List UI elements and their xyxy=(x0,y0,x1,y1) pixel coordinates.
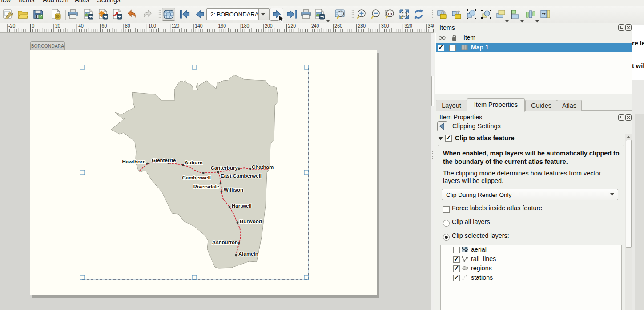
svg-text:1:1: 1:1 xyxy=(388,12,393,16)
svg-text:Ashburton: Ashburton xyxy=(212,240,238,245)
svg-text:0: 0 xyxy=(32,23,35,29)
svg-text:280: 280 xyxy=(358,23,366,29)
svg-text:Camberwell: Camberwell xyxy=(182,175,211,180)
svg-text:240: 240 xyxy=(311,23,319,29)
svg-text:80: 80 xyxy=(125,23,130,29)
svg-text:140: 140 xyxy=(195,23,203,29)
svg-text:220: 220 xyxy=(288,23,296,29)
svg-text:320: 320 xyxy=(404,23,412,29)
svg-text:Alamein: Alamein xyxy=(238,251,258,257)
svg-text:Chatham: Chatham xyxy=(252,164,274,170)
svg-text:Canterbury: Canterbury xyxy=(211,165,238,171)
svg-text:Hartwell: Hartwell xyxy=(232,203,252,208)
svg-text:East Camberwell: East Camberwell xyxy=(221,173,262,179)
svg-text:Riversdale: Riversdale xyxy=(193,184,219,189)
svg-text:40: 40 xyxy=(78,23,84,29)
svg-text:200: 200 xyxy=(265,23,273,29)
svg-text:Willison: Willison xyxy=(224,187,243,192)
svg-text:Auburn: Auburn xyxy=(185,160,203,165)
svg-text:120: 120 xyxy=(172,23,180,29)
svg-text:160: 160 xyxy=(218,23,226,29)
svg-text:180: 180 xyxy=(242,23,250,29)
svg-text:-20: -20 xyxy=(8,23,15,29)
svg-text:60: 60 xyxy=(102,23,107,29)
svg-text:Hawthorn: Hawthorn xyxy=(122,159,145,164)
svg-text:100: 100 xyxy=(148,23,156,29)
svg-text:260: 260 xyxy=(334,23,342,29)
svg-text:Burwood: Burwood xyxy=(240,219,262,224)
svg-text:Glenferrie: Glenferrie xyxy=(152,158,176,163)
svg-text:300: 300 xyxy=(381,23,389,29)
svg-text:20: 20 xyxy=(55,23,60,29)
svg-text:340: 340 xyxy=(428,23,434,29)
